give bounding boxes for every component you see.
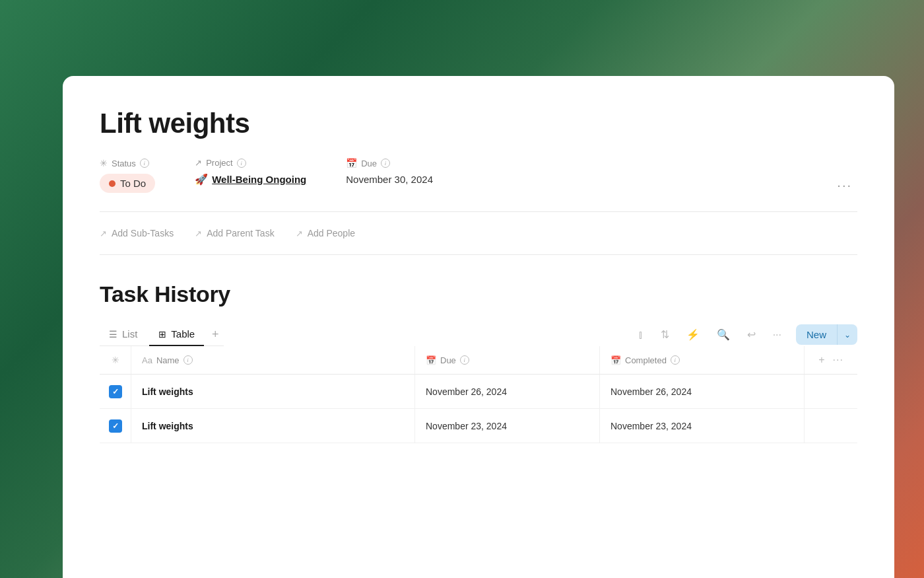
- add-view-button[interactable]: +: [207, 326, 224, 343]
- new-button-dropdown[interactable]: ⌄: [838, 326, 857, 344]
- properties-row: ✳ Status i To Do ↗ Project i 🚀 Well-Bein…: [100, 158, 857, 212]
- col-header-due: 📅 Due i: [415, 346, 600, 374]
- row2-actions: [805, 409, 857, 443]
- new-button-label[interactable]: New: [796, 324, 838, 345]
- project-info-icon: i: [237, 159, 246, 168]
- table-row: Lift weights November 23, 2024 November …: [100, 409, 857, 443]
- task-history-title: Task History: [100, 281, 857, 307]
- col-header-completed: 📅 Completed i: [600, 346, 805, 374]
- project-label: ↗ Project i: [195, 158, 306, 168]
- task-table: ✳ Aa Name i 📅 Due i 📅 Completed i + ···: [100, 346, 857, 443]
- name-col-info-icon: i: [183, 355, 193, 365]
- checkbox-checked-icon[interactable]: [109, 385, 122, 398]
- text-type-icon: Aa: [142, 355, 152, 365]
- project-arrow-icon: ↗: [195, 158, 202, 168]
- subtasks-arrow-icon: ↗: [100, 229, 107, 238]
- tab-list[interactable]: ☰ List: [100, 323, 147, 346]
- row2-name[interactable]: Lift weights: [131, 409, 415, 443]
- checkbox-checked-icon[interactable]: [109, 419, 122, 433]
- due-col-info-icon: i: [460, 355, 469, 365]
- search-icon[interactable]: 🔍: [714, 326, 733, 343]
- toolbar-right: ⫿ ⇅ ⚡ 🔍 ↩ ··· New ⌄: [636, 324, 857, 345]
- row1-checkbox[interactable]: [100, 375, 131, 408]
- status-info-icon: i: [140, 159, 149, 168]
- table-row: Lift weights November 26, 2024 November …: [100, 375, 857, 409]
- parent-task-arrow-icon: ↗: [195, 229, 202, 238]
- row1-actions: [805, 375, 857, 408]
- actions-row: ↗ Add Sub-Tasks ↗ Add Parent Task ↗ Add …: [100, 212, 857, 255]
- completed-col-calendar-icon: 📅: [610, 355, 621, 365]
- status-badge[interactable]: To Do: [100, 174, 155, 193]
- project-link[interactable]: Well-Being Ongoing: [212, 174, 306, 185]
- status-icon: ✳: [100, 158, 108, 168]
- add-col-icon[interactable]: +: [818, 354, 824, 366]
- more-toolbar-icon[interactable]: ···: [770, 326, 784, 343]
- add-parent-task-button[interactable]: ↗ Add Parent Task: [195, 228, 274, 238]
- list-icon: ☰: [109, 329, 117, 340]
- page-title: Lift weights: [100, 108, 857, 139]
- filter-icon[interactable]: ⫿: [636, 326, 646, 343]
- row1-name[interactable]: Lift weights: [131, 375, 415, 408]
- more-col-icon[interactable]: ···: [833, 354, 843, 366]
- status-property: ✳ Status i To Do: [100, 158, 155, 193]
- add-people-button[interactable]: ↗ Add People: [296, 228, 355, 238]
- calendar-icon: 📅: [346, 158, 357, 168]
- due-property: 📅 Due i November 30, 2024: [346, 158, 433, 185]
- view-tabs-row: ☰ List ⊞ Table + ⫿ ⇅ ⚡ 🔍 ↩ ··· New ⌄: [100, 323, 857, 346]
- row1-due: November 26, 2024: [415, 375, 600, 408]
- main-card: Lift weights ✳ Status i To Do ↗ Project …: [63, 76, 894, 578]
- row2-completed: November 23, 2024: [600, 409, 805, 443]
- rocket-icon: 🚀: [195, 173, 208, 186]
- table-icon: ⊞: [158, 329, 166, 340]
- add-subtasks-button[interactable]: ↗ Add Sub-Tasks: [100, 228, 174, 238]
- new-button[interactable]: New ⌄: [796, 324, 857, 345]
- row2-due: November 23, 2024: [415, 409, 600, 443]
- loading-icon: ✳: [112, 355, 119, 365]
- due-col-calendar-icon: 📅: [426, 355, 436, 365]
- due-info-icon: i: [381, 159, 390, 168]
- due-date: November 30, 2024: [346, 174, 433, 185]
- status-value[interactable]: To Do: [100, 174, 155, 193]
- project-property: ↗ Project i 🚀 Well-Being Ongoing: [195, 158, 306, 186]
- due-label: 📅 Due i: [346, 158, 433, 168]
- due-value[interactable]: November 30, 2024: [346, 174, 433, 185]
- col-header-name: Aa Name i: [131, 346, 415, 374]
- tab-table[interactable]: ⊞ Table: [149, 323, 204, 346]
- col-header-checkbox: ✳: [100, 346, 131, 374]
- people-arrow-icon: ↗: [296, 229, 303, 238]
- row1-completed: November 26, 2024: [600, 375, 805, 408]
- sort-icon[interactable]: ⇅: [658, 326, 672, 343]
- col-header-actions: + ···: [805, 346, 857, 374]
- completed-col-info-icon: i: [671, 355, 680, 365]
- more-options-button[interactable]: ···: [832, 174, 857, 195]
- undo-icon[interactable]: ↩: [744, 326, 758, 343]
- status-label: ✳ Status i: [100, 158, 155, 168]
- status-dot: [109, 180, 116, 187]
- project-value[interactable]: 🚀 Well-Being Ongoing: [195, 173, 306, 186]
- view-tabs: ☰ List ⊞ Table +: [100, 323, 224, 346]
- table-header: ✳ Aa Name i 📅 Due i 📅 Completed i + ···: [100, 346, 857, 375]
- lightning-icon[interactable]: ⚡: [684, 326, 702, 343]
- row2-checkbox[interactable]: [100, 409, 131, 443]
